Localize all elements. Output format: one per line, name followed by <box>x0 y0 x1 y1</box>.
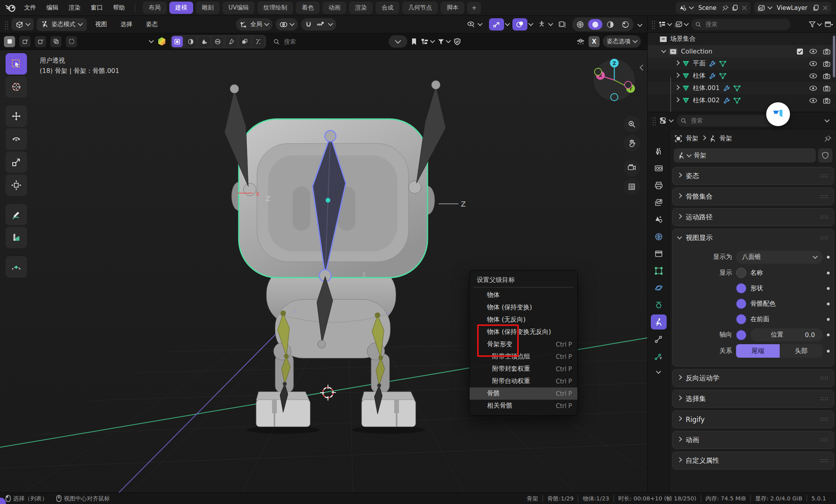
pin-icon[interactable] <box>824 135 832 142</box>
mode-dropdown[interactable]: 姿态模式 <box>37 18 87 31</box>
snap-toggle-magnet-icon[interactable] <box>305 21 312 28</box>
new-scene-icon[interactable] <box>732 4 739 11</box>
panel-pose[interactable]: 姿态 <box>672 167 834 185</box>
blender-logo-icon[interactable] <box>5 3 17 13</box>
outliner-row-object[interactable]: 柱体 <box>648 70 836 82</box>
animate-dot[interactable] <box>827 256 830 259</box>
scene-name[interactable]: Scene <box>696 4 719 11</box>
properties-tab-physics[interactable] <box>651 280 667 295</box>
outliner-row-object[interactable]: 柱体.001 <box>648 82 836 94</box>
checkbox-icon[interactable] <box>796 48 803 55</box>
panel-animation[interactable]: 动画 <box>672 431 834 449</box>
animate-dot[interactable] <box>827 287 830 290</box>
shield-check-icon[interactable] <box>453 38 461 46</box>
panel-motion-paths[interactable]: 运动路径 <box>672 208 834 226</box>
snap-settings-icon[interactable] <box>316 21 325 28</box>
toggle-in-front[interactable] <box>736 314 746 324</box>
filter-brush-icon[interactable] <box>226 36 237 47</box>
modifier-wrench-icon[interactable] <box>723 97 730 104</box>
workspace-tab-geometry-nodes[interactable]: 几何节点 <box>402 2 438 14</box>
animate-dot[interactable] <box>827 350 830 353</box>
menu-view[interactable]: 视图 <box>90 19 112 30</box>
select-mode-extend-button[interactable] <box>19 36 31 47</box>
editor-type-button[interactable] <box>12 18 34 31</box>
properties-tab-output[interactable] <box>651 178 667 193</box>
menu-item-bone[interactable]: 骨骼Ctrl P <box>470 387 577 400</box>
properties-tab-object-data[interactable] <box>651 314 667 330</box>
robot-foot-right[interactable] <box>362 392 416 427</box>
zoom-button[interactable] <box>623 116 640 132</box>
camera-visibility-icon[interactable] <box>823 98 830 104</box>
eye-icon[interactable] <box>809 98 817 103</box>
tool-search-input[interactable] <box>283 38 382 46</box>
animate-dot[interactable] <box>827 303 830 305</box>
workspace-tab-texture-paint[interactable]: 纹理绘制 <box>257 2 293 14</box>
mirror-x-axis-button[interactable]: X <box>589 36 600 47</box>
tool-measure[interactable] <box>6 227 27 248</box>
camera-visibility-icon[interactable] <box>823 85 830 92</box>
breadcrumb-object[interactable]: 骨架 <box>686 134 698 143</box>
relations-tail-button[interactable]: 尾端 <box>736 344 780 358</box>
toggle-names[interactable] <box>736 268 746 278</box>
display-mode-dropdown[interactable] <box>675 21 688 28</box>
pan-hand-button[interactable] <box>623 135 640 151</box>
toggle-axes[interactable] <box>736 330 746 340</box>
chevron-down-icon[interactable] <box>637 22 642 27</box>
tool-pose-breakdowner[interactable] <box>6 256 27 278</box>
scrollbar[interactable] <box>833 36 835 77</box>
mesh-data-icon[interactable] <box>733 97 741 104</box>
tool-rotate[interactable] <box>6 128 27 150</box>
panel-header-viewport-display[interactable]: 视图显示 <box>673 229 834 246</box>
expand-icon[interactable] <box>675 60 680 65</box>
tool-select-box[interactable] <box>6 53 27 75</box>
axes-position-slider[interactable]: 位置 0.0 <box>750 328 823 341</box>
filter-swap-icon[interactable] <box>239 36 250 47</box>
filter-globe-icon[interactable] <box>212 36 223 47</box>
panel-inverse-kinematics[interactable]: 反向运动学 <box>672 369 834 387</box>
camera-view-button[interactable] <box>623 159 640 176</box>
select-mode-subtract-button[interactable] <box>35 36 46 47</box>
collapse-tool-header-icon[interactable] <box>149 38 154 43</box>
mesh-data-icon[interactable] <box>719 73 727 79</box>
new-collection-button[interactable] <box>824 21 833 28</box>
properties-tab-bone-constraints[interactable] <box>651 349 667 364</box>
workspace-tab-modeling[interactable]: 建模 <box>169 2 193 14</box>
eye-icon[interactable] <box>809 61 817 67</box>
properties-tab-world[interactable] <box>651 229 667 244</box>
shading-wireframe-button[interactable] <box>573 19 587 30</box>
camera-visibility-icon[interactable] <box>823 73 830 79</box>
eye-icon[interactable] <box>809 73 817 79</box>
panel-bone-collections[interactable]: 骨骼集合 <box>672 188 834 205</box>
properties-tab-render[interactable] <box>651 161 667 176</box>
chevron-down-icon[interactable] <box>824 117 830 123</box>
toggle-ortho-button[interactable] <box>623 178 640 195</box>
outliner-row-collection[interactable]: Collection <box>648 45 836 57</box>
show-overlays-toggle[interactable] <box>512 18 527 31</box>
drag-grip[interactable] <box>652 116 656 125</box>
mesh-data-icon[interactable] <box>733 85 741 92</box>
filter-select-box-icon[interactable] <box>172 36 183 47</box>
pivot-point-dropdown[interactable] <box>276 18 298 31</box>
chevron-down-icon[interactable] <box>656 369 661 374</box>
drag-grip[interactable] <box>4 20 8 29</box>
unlink-scene-icon[interactable] <box>742 5 747 11</box>
tool-annotate[interactable] <box>6 204 27 225</box>
shading-rendered-button[interactable] <box>618 19 633 30</box>
panel-rigify[interactable]: Rigify <box>672 410 834 428</box>
panel-custom-properties[interactable]: 自定义属性 <box>672 452 834 470</box>
scene-selector[interactable]: Scene <box>676 2 750 14</box>
fake-user-shield-button[interactable] <box>818 148 832 163</box>
properties-tab-view-layer[interactable] <box>651 195 667 210</box>
tool-move[interactable] <box>6 105 27 127</box>
x-mirror-icon[interactable] <box>576 38 585 46</box>
menu-item-object-keep-transform[interactable]: 物体 (保持变换) <box>470 301 577 314</box>
datablock-name[interactable]: 骨架 <box>694 151 706 160</box>
outliner-row-scene-collection[interactable]: 场景集合 <box>648 33 836 45</box>
tool-cursor[interactable] <box>6 76 27 98</box>
chevron-down-icon[interactable] <box>528 21 533 26</box>
outliner-filter-dropdown[interactable] <box>809 21 821 28</box>
menu-edit[interactable]: 编辑 <box>41 2 63 13</box>
new-viewlayer-icon[interactable] <box>813 4 820 11</box>
transform-orientation-dropdown[interactable]: 全局 <box>236 18 272 31</box>
bookmark-icon[interactable] <box>410 38 418 46</box>
